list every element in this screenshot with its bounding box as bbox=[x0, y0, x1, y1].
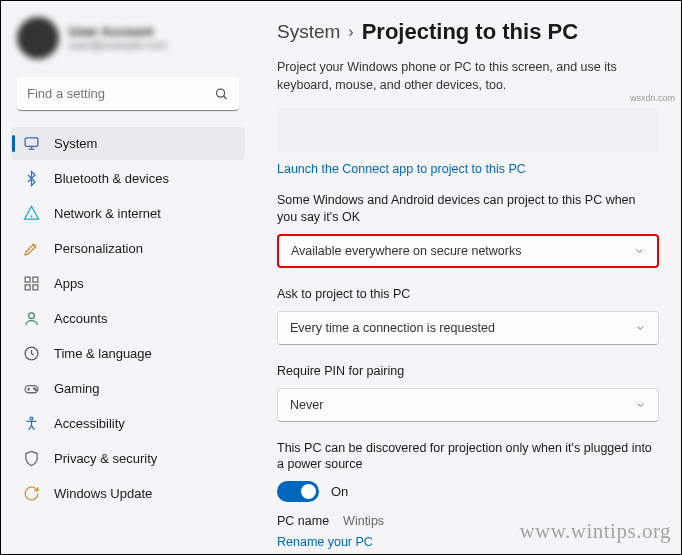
svg-point-16 bbox=[35, 389, 36, 390]
sidebar-item-personalization[interactable]: Personalization bbox=[11, 232, 245, 265]
sidebar: User Account user@example.com SystemBlue… bbox=[1, 1, 249, 554]
discover-toggle-row: On bbox=[277, 481, 659, 502]
launch-connect-link[interactable]: Launch the Connect app to project to thi… bbox=[277, 162, 659, 176]
sidebar-item-bluetooth[interactable]: Bluetooth & devices bbox=[11, 162, 245, 195]
main-content: System › Projecting to this PC Project y… bbox=[249, 1, 681, 554]
chevron-right-icon: › bbox=[348, 23, 353, 41]
sidebar-item-time[interactable]: Time & language bbox=[11, 337, 245, 370]
profile-email: user@example.com bbox=[69, 39, 167, 52]
ask-project-dropdown[interactable]: Every time a connection is requested bbox=[277, 311, 659, 345]
profile-name: User Account bbox=[69, 24, 167, 40]
svg-rect-7 bbox=[33, 277, 38, 282]
gaming-icon bbox=[23, 380, 40, 397]
search-wrapper bbox=[17, 77, 239, 111]
discover-label: This PC can be discovered for projection… bbox=[277, 440, 659, 474]
breadcrumb-parent[interactable]: System bbox=[277, 21, 340, 43]
svg-line-1 bbox=[224, 96, 227, 99]
sidebar-item-label: Privacy & security bbox=[54, 451, 157, 466]
svg-point-5 bbox=[30, 215, 32, 217]
accounts-icon bbox=[23, 310, 40, 327]
time-icon bbox=[23, 345, 40, 362]
search-input[interactable] bbox=[17, 77, 239, 111]
sidebar-item-gaming[interactable]: Gaming bbox=[11, 372, 245, 405]
info-banner bbox=[277, 108, 659, 152]
pc-name-row: PC name Wintips bbox=[277, 514, 659, 528]
discover-toggle[interactable] bbox=[277, 481, 319, 502]
chevron-down-icon bbox=[635, 322, 646, 333]
svg-rect-8 bbox=[25, 285, 30, 290]
sidebar-item-label: Accessibility bbox=[54, 416, 125, 431]
setting-ask-label: Ask to project to this PC bbox=[277, 286, 659, 303]
sidebar-item-label: Gaming bbox=[54, 381, 100, 396]
nav-list: SystemBluetooth & devicesNetwork & inter… bbox=[11, 127, 245, 510]
svg-rect-9 bbox=[33, 285, 38, 290]
sidebar-item-label: Network & internet bbox=[54, 206, 161, 221]
personalization-icon bbox=[23, 240, 40, 257]
rename-pc-link[interactable]: Rename your PC bbox=[277, 535, 373, 549]
pc-name-label: PC name bbox=[277, 514, 329, 528]
sidebar-item-network[interactable]: Network & internet bbox=[11, 197, 245, 230]
svg-rect-6 bbox=[25, 277, 30, 282]
sidebar-item-label: System bbox=[54, 136, 97, 151]
network-icon bbox=[23, 205, 40, 222]
setting-pin-label: Require PIN for pairing bbox=[277, 363, 659, 380]
sidebar-item-label: Bluetooth & devices bbox=[54, 171, 169, 186]
svg-point-17 bbox=[30, 417, 33, 420]
availability-value: Available everywhere on secure networks bbox=[291, 244, 521, 258]
page-description: Project your Windows phone or PC to this… bbox=[277, 59, 659, 94]
page-title: Projecting to this PC bbox=[362, 19, 578, 45]
sidebar-item-apps[interactable]: Apps bbox=[11, 267, 245, 300]
svg-point-0 bbox=[217, 89, 225, 97]
sidebar-item-label: Windows Update bbox=[54, 486, 152, 501]
availability-dropdown[interactable]: Available everywhere on secure networks bbox=[277, 234, 659, 268]
svg-point-10 bbox=[29, 313, 35, 319]
require-pin-value: Never bbox=[290, 398, 323, 412]
sidebar-item-privacy[interactable]: Privacy & security bbox=[11, 442, 245, 475]
breadcrumb: System › Projecting to this PC bbox=[277, 19, 659, 45]
apps-icon bbox=[23, 275, 40, 292]
sidebar-item-label: Apps bbox=[54, 276, 84, 291]
search-icon bbox=[214, 87, 229, 102]
sidebar-item-label: Personalization bbox=[54, 241, 143, 256]
accessibility-icon bbox=[23, 415, 40, 432]
sidebar-item-update[interactable]: Windows Update bbox=[11, 477, 245, 510]
svg-rect-2 bbox=[25, 138, 38, 147]
privacy-icon bbox=[23, 450, 40, 467]
sidebar-item-system[interactable]: System bbox=[11, 127, 245, 160]
chevron-down-icon bbox=[634, 245, 645, 256]
sidebar-item-accounts[interactable]: Accounts bbox=[11, 302, 245, 335]
bluetooth-icon bbox=[23, 170, 40, 187]
pc-name-value: Wintips bbox=[343, 514, 384, 528]
update-icon bbox=[23, 485, 40, 502]
sidebar-item-label: Time & language bbox=[54, 346, 152, 361]
require-pin-dropdown[interactable]: Never bbox=[277, 388, 659, 422]
avatar bbox=[17, 17, 59, 59]
profile-section[interactable]: User Account user@example.com bbox=[11, 11, 245, 73]
ask-project-value: Every time a connection is requested bbox=[290, 321, 495, 335]
discover-toggle-label: On bbox=[331, 484, 348, 499]
sidebar-item-accessibility[interactable]: Accessibility bbox=[11, 407, 245, 440]
system-icon bbox=[23, 135, 40, 152]
chevron-down-icon bbox=[635, 399, 646, 410]
setting-availability-label: Some Windows and Android devices can pro… bbox=[277, 192, 659, 226]
sidebar-item-label: Accounts bbox=[54, 311, 107, 326]
